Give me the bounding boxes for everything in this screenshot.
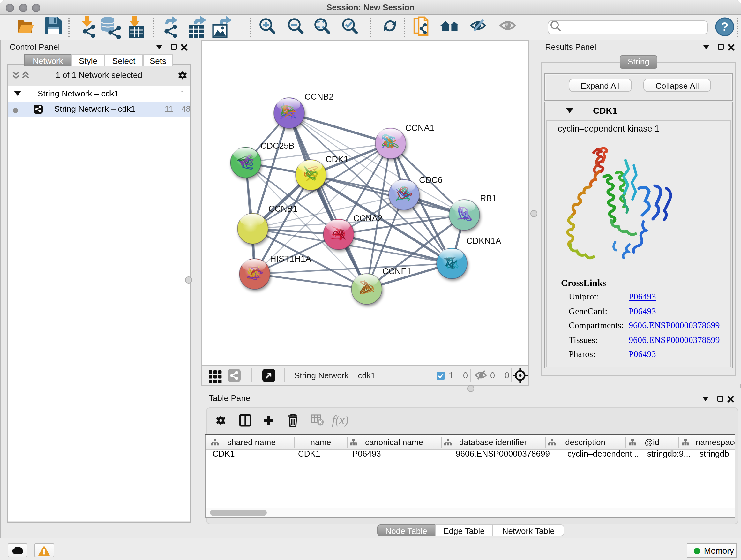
- svg-text:1 – 0: 1 – 0: [449, 371, 468, 380]
- svg-text:f(x): f(x): [332, 413, 349, 427]
- svg-text:CDC6: CDC6: [419, 175, 443, 185]
- svg-text:CCNB2: CCNB2: [305, 92, 334, 102]
- svg-text:String Network – cdk1: String Network – cdk1: [294, 371, 375, 380]
- svg-text:CCNA2: CCNA2: [353, 213, 383, 223]
- svg-text:CCNE1: CCNE1: [382, 266, 412, 276]
- svg-text:CCNA1: CCNA1: [405, 123, 434, 133]
- svg-text:0 – 0: 0 – 0: [490, 371, 509, 380]
- svg-text:CDC25B: CDC25B: [260, 141, 294, 151]
- svg-text:RB1: RB1: [480, 193, 497, 203]
- svg-text:?: ?: [721, 20, 728, 34]
- svg-text:CDK1: CDK1: [326, 154, 348, 164]
- svg-text:HIST1H1A: HIST1H1A: [270, 254, 311, 264]
- svg-text:CCNB1: CCNB1: [268, 204, 298, 213]
- svg-text:CDKN1A: CDKN1A: [466, 236, 501, 246]
